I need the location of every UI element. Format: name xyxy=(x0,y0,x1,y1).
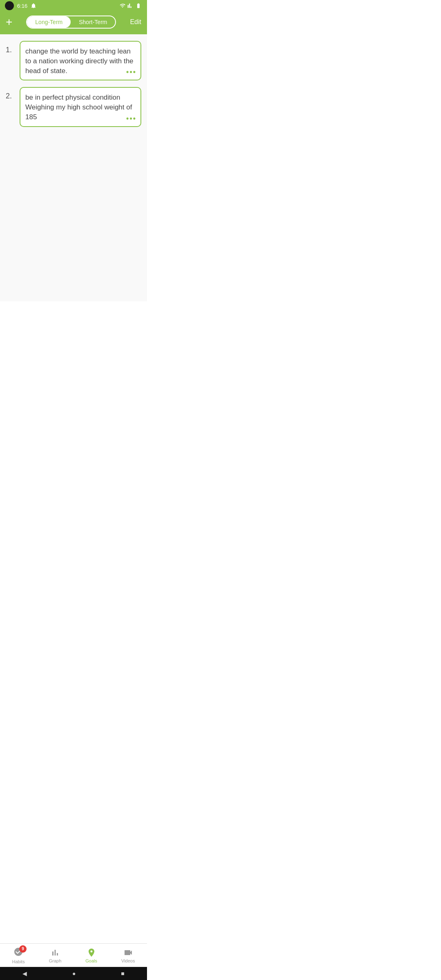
wifi-icon xyxy=(119,3,126,9)
tab-toggle: Long-Term Short-Term xyxy=(26,16,116,29)
more-options-2[interactable]: ••• xyxy=(126,114,136,123)
goals-content: 1. change the world by teaching lean to … xyxy=(0,34,147,301)
goal-number-1: 1. xyxy=(6,46,16,54)
goal-text-1: change the world by teaching lean to a n… xyxy=(25,47,134,75)
status-right xyxy=(119,3,142,9)
goal-number-2: 2. xyxy=(6,92,16,100)
toolbar: + Long-Term Short-Term Edit xyxy=(0,11,147,34)
battery-icon xyxy=(135,3,142,9)
status-bar: 6:16 xyxy=(0,0,147,11)
notification-icon xyxy=(31,3,36,9)
more-options-1[interactable]: ••• xyxy=(126,68,136,76)
status-left: 6:16 xyxy=(5,1,36,10)
signal-icon xyxy=(127,3,133,9)
add-button[interactable]: + xyxy=(6,16,12,28)
avatar xyxy=(5,1,14,10)
goal-item-2: 2. be in perfect physical condition Weig… xyxy=(6,87,141,127)
goal-card-1: change the world by teaching lean to a n… xyxy=(20,41,141,80)
edit-button[interactable]: Edit xyxy=(130,18,141,26)
tab-short-term[interactable]: Short-Term xyxy=(71,16,115,28)
status-time: 6:16 xyxy=(17,3,27,9)
goal-item-1: 1. change the world by teaching lean to … xyxy=(6,41,141,80)
goal-card-2: be in perfect physical condition Weighin… xyxy=(20,87,141,127)
tab-long-term[interactable]: Long-Term xyxy=(27,16,71,28)
goal-text-2: be in perfect physical condition Weighin… xyxy=(25,94,132,121)
